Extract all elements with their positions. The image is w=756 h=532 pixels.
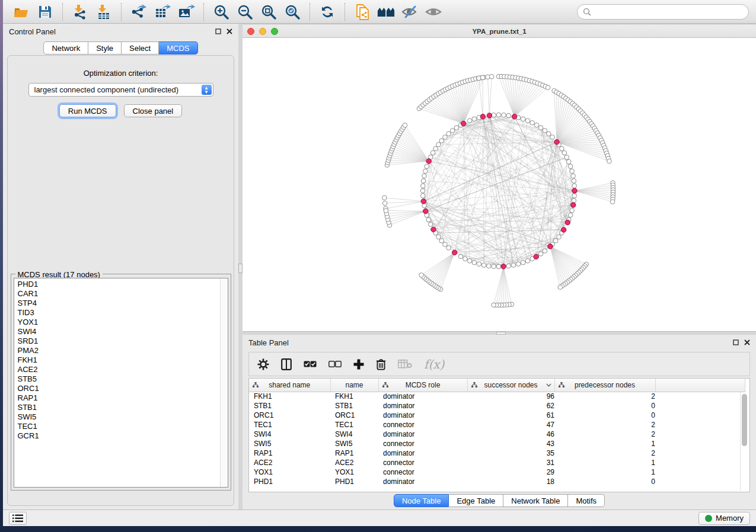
mcds-result-item[interactable]: PMA2 bbox=[18, 346, 220, 355]
network-node[interactable] bbox=[430, 150, 435, 155]
table-cell[interactable]: dominator bbox=[378, 448, 467, 458]
run-mcds-button[interactable]: Run MCDS bbox=[59, 104, 116, 117]
table-cell[interactable]: 43 bbox=[467, 439, 554, 448]
close-panel-button[interactable]: Close panel bbox=[124, 104, 183, 117]
network-node[interactable] bbox=[562, 150, 567, 155]
column-header-successor-nodes[interactable]: successor nodes bbox=[467, 379, 554, 392]
table-cell[interactable]: dominator bbox=[378, 392, 467, 401]
network-node[interactable] bbox=[446, 132, 451, 136]
hide-selected-button[interactable] bbox=[401, 3, 419, 21]
tab-node-table[interactable]: Node Table bbox=[394, 494, 449, 507]
network-node[interactable] bbox=[607, 159, 612, 164]
dominator-node[interactable] bbox=[554, 140, 559, 145]
mcds-result-item[interactable]: GCR1 bbox=[18, 431, 220, 441]
table-cell[interactable]: FKH1 bbox=[249, 392, 330, 401]
table-scrollbar-thumb[interactable] bbox=[742, 394, 747, 446]
network-node[interactable] bbox=[420, 188, 425, 193]
float-panel-icon[interactable] bbox=[215, 28, 221, 34]
mcds-result-item[interactable]: YOX1 bbox=[18, 318, 220, 327]
network-node[interactable] bbox=[568, 213, 573, 217]
show-columns-button[interactable] bbox=[281, 358, 292, 370]
dominator-node[interactable] bbox=[487, 113, 492, 118]
import-network-button[interactable] bbox=[71, 3, 89, 21]
network-node[interactable] bbox=[480, 75, 485, 80]
network-node[interactable] bbox=[543, 129, 547, 133]
network-node[interactable] bbox=[525, 258, 530, 263]
table-row[interactable]: SWI5SWI5connector431 bbox=[249, 439, 745, 448]
network-node[interactable] bbox=[443, 135, 448, 140]
tab-select[interactable]: Select bbox=[122, 41, 159, 55]
network-node[interactable] bbox=[572, 194, 577, 198]
network-titlebar[interactable]: YPA_prune.txt_1 bbox=[243, 25, 756, 38]
dominator-node[interactable] bbox=[431, 227, 436, 232]
network-node[interactable] bbox=[423, 169, 428, 174]
close-panel-icon[interactable] bbox=[227, 28, 232, 34]
vertical-splitter[interactable] bbox=[238, 24, 243, 509]
close-panel-icon[interactable] bbox=[744, 339, 750, 345]
network-node[interactable] bbox=[546, 85, 550, 90]
network-node[interactable] bbox=[570, 169, 575, 174]
mcds-result-item[interactable]: FKH1 bbox=[18, 355, 220, 365]
mcds-result-item[interactable]: CAR1 bbox=[18, 289, 220, 299]
column-header-name[interactable]: name bbox=[330, 379, 378, 392]
network-node[interactable] bbox=[560, 146, 564, 151]
table-cell[interactable]: 2 bbox=[554, 392, 655, 401]
mcds-result-item[interactable]: PHD1 bbox=[18, 280, 220, 289]
mcds-result-item[interactable]: TEC1 bbox=[18, 422, 220, 431]
tab-network-table[interactable]: Network Table bbox=[503, 494, 568, 507]
network-node[interactable] bbox=[553, 239, 558, 243]
import-table-button[interactable] bbox=[95, 3, 113, 21]
dominator-node[interactable] bbox=[480, 114, 485, 119]
network-node[interactable] bbox=[547, 132, 551, 136]
network-node[interactable] bbox=[568, 164, 573, 169]
table-row[interactable]: RAP1RAP1dominator352 bbox=[249, 448, 745, 458]
table-cell[interactable]: 29 bbox=[467, 467, 554, 477]
save-session-button[interactable] bbox=[36, 3, 54, 21]
open-network-file-button[interactable] bbox=[353, 3, 371, 21]
search-field[interactable] bbox=[577, 4, 749, 20]
network-node[interactable] bbox=[436, 142, 441, 147]
network-node[interactable] bbox=[502, 113, 506, 117]
mcds-result-item[interactable]: STB1 bbox=[18, 403, 220, 412]
network-node[interactable] bbox=[566, 159, 571, 164]
table-row[interactable]: FKH1FKH1dominator962 bbox=[249, 392, 745, 401]
table-cell[interactable]: 18 bbox=[467, 477, 554, 486]
table-cell[interactable]: YOX1 bbox=[249, 467, 330, 477]
table-cell[interactable]: 0 bbox=[554, 411, 655, 420]
network-node[interactable] bbox=[403, 123, 407, 127]
network-node[interactable] bbox=[571, 174, 576, 178]
dominator-node[interactable] bbox=[452, 250, 457, 255]
column-header-predecessor-nodes[interactable]: predecessor nodes bbox=[554, 379, 655, 392]
mcds-list-scrollbar[interactable] bbox=[220, 278, 228, 487]
table-cell[interactable]: 47 bbox=[467, 420, 554, 430]
export-table-button[interactable] bbox=[154, 3, 171, 21]
show-all-button[interactable] bbox=[425, 3, 442, 21]
tab-style[interactable]: Style bbox=[88, 41, 122, 55]
mcds-result-item[interactable]: STP4 bbox=[18, 299, 220, 308]
network-node[interactable] bbox=[492, 303, 496, 307]
horizontal-splitter[interactable] bbox=[243, 332, 756, 335]
table-cell[interactable]: STB1 bbox=[330, 401, 378, 411]
mcds-result-item[interactable]: SRD1 bbox=[18, 336, 220, 346]
export-network-button[interactable] bbox=[130, 3, 148, 21]
table-cell[interactable]: 35 bbox=[467, 448, 554, 458]
network-node[interactable] bbox=[610, 200, 615, 204]
network-node[interactable] bbox=[419, 273, 424, 277]
table-cell[interactable]: ORC1 bbox=[249, 411, 330, 420]
network-node[interactable] bbox=[538, 126, 543, 130]
splitter-handle[interactable] bbox=[238, 264, 243, 273]
network-node[interactable] bbox=[450, 129, 455, 133]
table-cell[interactable]: 1 bbox=[554, 439, 655, 448]
table-cell[interactable]: PHD1 bbox=[330, 477, 378, 486]
mcds-result-item[interactable]: STB5 bbox=[18, 374, 220, 384]
column-header-mcds-role[interactable]: MCDS role bbox=[378, 379, 467, 392]
network-node[interactable] bbox=[463, 257, 468, 261]
table-cell[interactable]: TEC1 bbox=[330, 420, 378, 430]
zoom-fit-button[interactable] bbox=[260, 3, 277, 21]
select-all-button[interactable] bbox=[304, 361, 317, 367]
network-node[interactable] bbox=[538, 252, 543, 257]
network-node[interactable] bbox=[467, 118, 472, 123]
dominator-node[interactable] bbox=[423, 209, 428, 213]
network-node[interactable] bbox=[543, 249, 547, 254]
network-node[interactable] bbox=[420, 184, 425, 188]
